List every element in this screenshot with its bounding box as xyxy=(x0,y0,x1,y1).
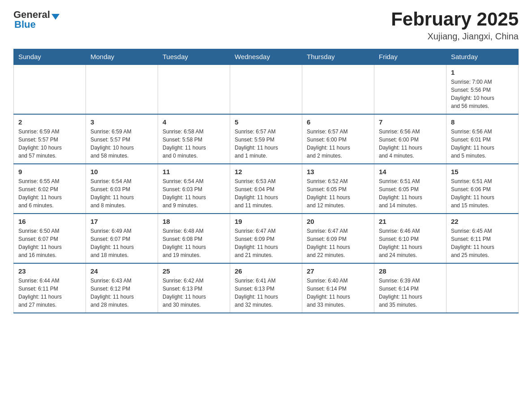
day-info: Sunrise: 6:46 AM Sunset: 6:10 PM Dayligh… xyxy=(379,227,442,259)
day-info: Sunrise: 6:49 AM Sunset: 6:07 PM Dayligh… xyxy=(90,227,153,259)
calendar-week-row: 1Sunrise: 7:00 AM Sunset: 5:56 PM Daylig… xyxy=(14,64,519,114)
day-number: 25 xyxy=(163,267,225,275)
calendar-table: SundayMondayTuesdayWednesdayThursdayFrid… xyxy=(13,49,519,313)
day-info: Sunrise: 6:40 AM Sunset: 6:14 PM Dayligh… xyxy=(307,277,369,309)
calendar-cell: 9Sunrise: 6:55 AM Sunset: 6:02 PM Daylig… xyxy=(14,164,86,214)
day-info: Sunrise: 6:41 AM Sunset: 6:13 PM Dayligh… xyxy=(235,277,297,309)
calendar-cell xyxy=(86,64,158,114)
day-number: 12 xyxy=(235,168,297,176)
day-number: 16 xyxy=(18,218,81,225)
day-number: 11 xyxy=(163,168,225,176)
day-info: Sunrise: 6:53 AM Sunset: 6:04 PM Dayligh… xyxy=(235,177,297,210)
day-number: 20 xyxy=(307,218,369,225)
day-info: Sunrise: 6:42 AM Sunset: 6:13 PM Dayligh… xyxy=(163,277,225,309)
calendar-cell: 22Sunrise: 6:45 AM Sunset: 6:11 PM Dayli… xyxy=(446,214,519,263)
calendar-cell: 28Sunrise: 6:39 AM Sunset: 6:14 PM Dayli… xyxy=(374,263,446,313)
month-title: February 2025 xyxy=(391,9,519,30)
day-info: Sunrise: 6:52 AM Sunset: 6:05 PM Dayligh… xyxy=(307,177,369,210)
day-number: 10 xyxy=(90,168,153,176)
day-info: Sunrise: 6:47 AM Sunset: 6:09 PM Dayligh… xyxy=(307,227,369,259)
day-info: Sunrise: 6:57 AM Sunset: 5:59 PM Dayligh… xyxy=(235,128,297,160)
calendar-week-row: 9Sunrise: 6:55 AM Sunset: 6:02 PM Daylig… xyxy=(14,164,519,214)
weekday-header-wednesday: Wednesday xyxy=(230,49,302,65)
day-info: Sunrise: 6:47 AM Sunset: 6:09 PM Dayligh… xyxy=(235,227,297,259)
day-info: Sunrise: 6:51 AM Sunset: 6:06 PM Dayligh… xyxy=(451,177,514,210)
calendar-cell xyxy=(14,64,86,114)
day-info: Sunrise: 6:45 AM Sunset: 6:11 PM Dayligh… xyxy=(451,227,514,259)
day-number: 9 xyxy=(18,168,81,176)
calendar-cell: 3Sunrise: 6:59 AM Sunset: 5:57 PM Daylig… xyxy=(86,114,158,164)
day-number: 19 xyxy=(235,218,297,225)
day-number: 13 xyxy=(307,168,369,176)
day-number: 23 xyxy=(18,267,81,275)
logo: General Blue xyxy=(13,9,60,30)
day-number: 6 xyxy=(307,118,369,126)
day-info: Sunrise: 6:48 AM Sunset: 6:08 PM Dayligh… xyxy=(163,227,225,259)
calendar-cell: 23Sunrise: 6:44 AM Sunset: 6:11 PM Dayli… xyxy=(14,263,86,313)
calendar-cell xyxy=(158,64,230,114)
day-number: 18 xyxy=(163,218,225,225)
calendar-cell: 11Sunrise: 6:54 AM Sunset: 6:03 PM Dayli… xyxy=(158,164,230,214)
day-number: 5 xyxy=(235,118,297,126)
calendar-cell: 5Sunrise: 6:57 AM Sunset: 5:59 PM Daylig… xyxy=(230,114,302,164)
day-info: Sunrise: 6:59 AM Sunset: 5:57 PM Dayligh… xyxy=(90,128,153,160)
calendar-cell: 15Sunrise: 6:51 AM Sunset: 6:06 PM Dayli… xyxy=(446,164,519,214)
day-number: 8 xyxy=(451,118,514,126)
day-number: 7 xyxy=(379,118,442,126)
calendar-cell: 12Sunrise: 6:53 AM Sunset: 6:04 PM Dayli… xyxy=(230,164,302,214)
calendar-cell: 27Sunrise: 6:40 AM Sunset: 6:14 PM Dayli… xyxy=(302,263,374,313)
day-number: 15 xyxy=(451,168,514,176)
calendar-week-row: 16Sunrise: 6:50 AM Sunset: 6:07 PM Dayli… xyxy=(14,214,519,263)
calendar-cell: 6Sunrise: 6:57 AM Sunset: 6:00 PM Daylig… xyxy=(302,114,374,164)
day-number: 3 xyxy=(90,118,153,126)
calendar-cell: 7Sunrise: 6:56 AM Sunset: 6:00 PM Daylig… xyxy=(374,114,446,164)
logo-blue-text: Blue xyxy=(14,19,36,30)
day-number: 17 xyxy=(90,218,153,225)
day-number: 28 xyxy=(379,267,442,275)
calendar-cell: 1Sunrise: 7:00 AM Sunset: 5:56 PM Daylig… xyxy=(446,64,519,114)
weekday-header-tuesday: Tuesday xyxy=(158,49,230,65)
calendar-cell: 18Sunrise: 6:48 AM Sunset: 6:08 PM Dayli… xyxy=(158,214,230,263)
day-info: Sunrise: 6:56 AM Sunset: 6:01 PM Dayligh… xyxy=(451,128,514,160)
day-number: 22 xyxy=(451,218,514,225)
calendar-cell: 24Sunrise: 6:43 AM Sunset: 6:12 PM Dayli… xyxy=(86,263,158,313)
day-info: Sunrise: 6:54 AM Sunset: 6:03 PM Dayligh… xyxy=(163,177,225,210)
day-number: 27 xyxy=(307,267,369,275)
calendar-cell: 8Sunrise: 6:56 AM Sunset: 6:01 PM Daylig… xyxy=(446,114,519,164)
calendar-cell: 21Sunrise: 6:46 AM Sunset: 6:10 PM Dayli… xyxy=(374,214,446,263)
calendar-cell xyxy=(302,64,374,114)
day-info: Sunrise: 6:51 AM Sunset: 6:05 PM Dayligh… xyxy=(379,177,442,210)
day-info: Sunrise: 6:56 AM Sunset: 6:00 PM Dayligh… xyxy=(379,128,442,160)
calendar-cell: 17Sunrise: 6:49 AM Sunset: 6:07 PM Dayli… xyxy=(86,214,158,263)
location-title: Xujiang, Jiangxi, China xyxy=(391,31,519,42)
title-section: February 2025 Xujiang, Jiangxi, China xyxy=(391,9,519,42)
day-number: 4 xyxy=(163,118,225,126)
weekday-header-sunday: Sunday xyxy=(14,49,86,65)
day-info: Sunrise: 6:50 AM Sunset: 6:07 PM Dayligh… xyxy=(18,227,81,259)
logo-arrow-icon xyxy=(51,14,60,20)
day-info: Sunrise: 6:39 AM Sunset: 6:14 PM Dayligh… xyxy=(379,277,442,309)
day-info: Sunrise: 6:44 AM Sunset: 6:11 PM Dayligh… xyxy=(18,277,81,309)
day-info: Sunrise: 6:54 AM Sunset: 6:03 PM Dayligh… xyxy=(90,177,153,210)
day-number: 24 xyxy=(90,267,153,275)
day-info: Sunrise: 6:55 AM Sunset: 6:02 PM Dayligh… xyxy=(18,177,81,210)
calendar-cell xyxy=(230,64,302,114)
weekday-header-saturday: Saturday xyxy=(446,49,519,65)
calendar-cell: 14Sunrise: 6:51 AM Sunset: 6:05 PM Dayli… xyxy=(374,164,446,214)
day-number: 2 xyxy=(18,118,81,126)
day-info: Sunrise: 6:58 AM Sunset: 5:58 PM Dayligh… xyxy=(163,128,225,160)
calendar-cell: 19Sunrise: 6:47 AM Sunset: 6:09 PM Dayli… xyxy=(230,214,302,263)
calendar-cell: 16Sunrise: 6:50 AM Sunset: 6:07 PM Dayli… xyxy=(14,214,86,263)
day-info: Sunrise: 6:57 AM Sunset: 6:00 PM Dayligh… xyxy=(307,128,369,160)
day-number: 26 xyxy=(235,267,297,275)
weekday-header-friday: Friday xyxy=(374,49,446,65)
calendar-cell xyxy=(374,64,446,114)
calendar-week-row: 2Sunrise: 6:59 AM Sunset: 5:57 PM Daylig… xyxy=(14,114,519,164)
calendar-week-row: 23Sunrise: 6:44 AM Sunset: 6:11 PM Dayli… xyxy=(14,263,519,313)
weekday-header-monday: Monday xyxy=(86,49,158,65)
weekday-header-thursday: Thursday xyxy=(302,49,374,65)
day-number: 21 xyxy=(379,218,442,225)
day-info: Sunrise: 7:00 AM Sunset: 5:56 PM Dayligh… xyxy=(451,78,514,110)
calendar-cell: 10Sunrise: 6:54 AM Sunset: 6:03 PM Dayli… xyxy=(86,164,158,214)
day-number: 1 xyxy=(451,68,514,76)
